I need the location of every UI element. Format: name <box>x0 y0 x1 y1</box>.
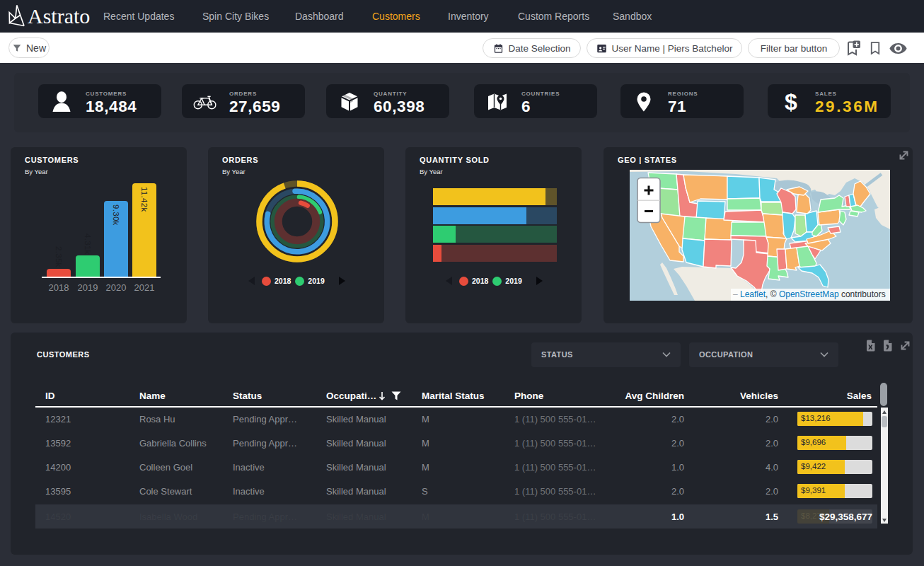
svg-text:– Leaflet, © OpenStreetMap con: – Leaflet, © OpenStreetMap contributors <box>733 289 886 299</box>
